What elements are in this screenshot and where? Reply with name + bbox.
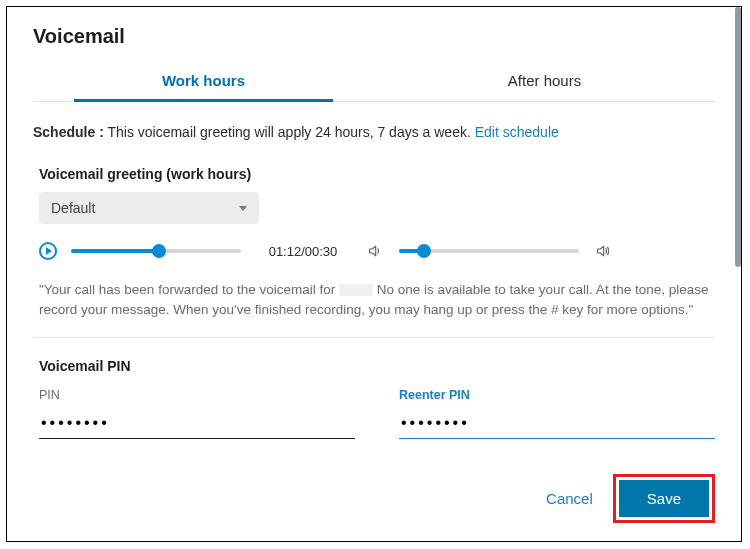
schedule-row: Schedule : This voicemail greeting will … bbox=[33, 124, 715, 140]
seek-slider[interactable] bbox=[71, 249, 241, 253]
divider bbox=[33, 337, 715, 338]
greeting-heading: Voicemail greeting (work hours) bbox=[39, 166, 715, 182]
playback-time: 01:12/00:30 bbox=[255, 244, 351, 259]
reenter-pin-label: Reenter PIN bbox=[399, 388, 715, 402]
tab-work-hours[interactable]: Work hours bbox=[33, 62, 374, 101]
save-button[interactable]: Save bbox=[619, 480, 709, 517]
play-icon[interactable] bbox=[39, 242, 57, 260]
edit-schedule-link[interactable]: Edit schedule bbox=[475, 124, 559, 140]
audio-player: 01:12/00:30 bbox=[39, 242, 715, 260]
volume-max-icon[interactable] bbox=[593, 243, 613, 259]
pin-heading: Voicemail PIN bbox=[39, 358, 715, 374]
page-title: Voicemail bbox=[33, 25, 715, 48]
reenter-pin-input[interactable] bbox=[399, 410, 715, 439]
pin-label: PIN bbox=[39, 388, 355, 402]
scrollbar[interactable] bbox=[735, 7, 741, 267]
volume-mute-icon[interactable] bbox=[365, 243, 385, 259]
tab-after-hours[interactable]: After hours bbox=[374, 62, 715, 101]
save-highlight: Save bbox=[613, 474, 715, 523]
footer-actions: Cancel Save bbox=[546, 474, 715, 523]
cancel-button[interactable]: Cancel bbox=[546, 490, 593, 507]
greeting-select[interactable]: Default bbox=[39, 192, 259, 224]
chevron-down-icon bbox=[239, 206, 247, 211]
tabs: Work hours After hours bbox=[33, 62, 715, 102]
schedule-label: Schedule : bbox=[33, 124, 104, 140]
volume-slider[interactable] bbox=[399, 249, 579, 253]
pin-input[interactable] bbox=[39, 410, 355, 439]
greeting-select-value: Default bbox=[51, 200, 95, 216]
greeting-transcript: "Your call has been forwarded to the voi… bbox=[39, 280, 715, 321]
redacted-name bbox=[339, 284, 373, 296]
schedule-description: This voicemail greeting will apply 24 ho… bbox=[104, 124, 475, 140]
